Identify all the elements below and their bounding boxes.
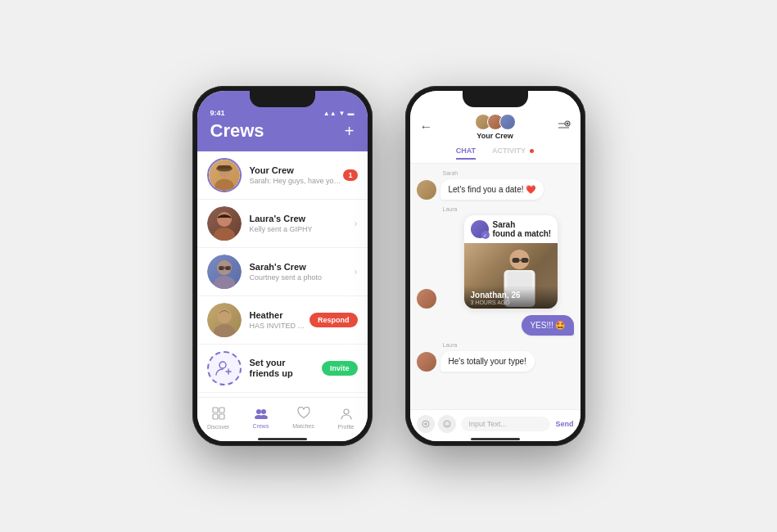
match-photo: Jonathan, 26 3 HOURS AGO (464, 243, 558, 309)
nav-label-crews: Crews (253, 423, 269, 429)
svg-point-41 (444, 421, 450, 427)
chat-crew-name: Your Crew (475, 132, 516, 140)
invite-button[interactable]: Invite (322, 361, 358, 376)
msg-group-3: YES!!! 🤩 (417, 315, 574, 336)
crew-sub-lauras-crew: Kelly sent a GIPHY (250, 225, 355, 233)
svg-rect-19 (213, 408, 218, 413)
match-card: ✓ Sarahfound a match! (464, 215, 558, 309)
nav-item-discover[interactable]: Discover (197, 398, 240, 438)
msg-row-3: YES!!! 🤩 (417, 315, 574, 336)
phones-container: 9:41 ▲▲ ▼ ▬ Crews + (192, 86, 585, 446)
crew-chevron-sarahs: › (355, 266, 358, 277)
svg-point-29 (566, 122, 568, 124)
crew-badge-your-crew: 1 (343, 169, 357, 181)
back-button[interactable]: ← (420, 119, 433, 134)
crew-sub-your-crew: Sarah: Hey guys, have you s... (250, 177, 344, 185)
svg-rect-22 (219, 414, 224, 419)
nav-label-discover: Discover (207, 424, 229, 430)
msg-row-1: Let's find you a date! ❤️ (417, 179, 574, 200)
msg-sender-laura: Laura (417, 206, 574, 212)
svg-rect-35 (512, 258, 519, 263)
bottom-nav-left: Discover Crews (197, 397, 368, 438)
svg-rect-4 (217, 165, 230, 169)
crews-title-row: Crews + (210, 120, 355, 142)
svg-rect-20 (219, 408, 224, 413)
crew-item-your-crew[interactable]: Your Crew Sarah: Hey guys, have you s...… (197, 151, 368, 200)
chat-emoji-button[interactable] (438, 415, 456, 433)
crew-sub-sarahs-crew: Courtney sent a photo (250, 273, 355, 282)
svg-point-16 (219, 362, 226, 368)
crew-avatar-heather (207, 303, 242, 337)
svg-point-43 (448, 423, 449, 424)
nav-item-matches[interactable]: Matches (282, 398, 325, 438)
chat-messages: Sarah Let's find you a date! ❤️ Laura (410, 164, 580, 409)
crew-list: Your Crew Sarah: Hey guys, have you s...… (197, 151, 368, 397)
phone-left: 9:41 ▲▲ ▼ ▬ Crews + (192, 86, 373, 446)
chat-input-bar: Input Text... Send (410, 409, 580, 438)
crew-item-lauras-crew[interactable]: Laura's Crew Kelly sent a GIPHY › (197, 200, 368, 248)
crew-info-set-friends: Set yourfriends up (250, 358, 322, 379)
crew-avatar-sarahs-crew (207, 255, 242, 289)
respond-button[interactable]: Respond (309, 313, 358, 327)
chat-tabs: CHAT ACTIVITY (410, 143, 580, 163)
svg-point-6 (214, 228, 235, 241)
chat-avatars (475, 114, 516, 130)
crew-item-sarahs-crew[interactable]: Sarah's Crew Courtney sent a photo › (197, 248, 368, 296)
notch-left (250, 91, 315, 107)
match-card-text: Sarahfound a match! (493, 220, 552, 238)
phone-right: ← Your Crew (405, 86, 585, 446)
crews-add-button[interactable]: + (345, 122, 355, 141)
svg-rect-36 (521, 258, 528, 263)
crew-item-set-friends[interactable]: Set yourfriends up Invite (197, 345, 368, 393)
crew-info-heather: Heather HAS INVITED YOU (250, 310, 309, 330)
crews-icon (254, 408, 269, 422)
status-icons-left: ▲▲ ▼ ▬ (323, 110, 355, 117)
svg-rect-12 (225, 266, 231, 270)
msg-row-2: ✓ Sarahfound a match! (417, 215, 574, 309)
svg-point-15 (214, 324, 235, 337)
crew-info-lauras-crew: Laura's Crew Kelly sent a GIPHY (250, 214, 355, 233)
crew-avatar-lauras-crew (207, 206, 242, 241)
msg-bubble-1: Let's find you a date! ❤️ (440, 179, 544, 200)
msg-group-4: Laura He's totally your type! (417, 342, 574, 372)
crew-sub-heather: HAS INVITED YOU (250, 322, 309, 330)
activity-dot (530, 149, 534, 153)
crew-name-lauras-crew: Laura's Crew (250, 214, 355, 223)
msg-bubble-4: He's totally your type! (440, 351, 535, 372)
nav-item-crews[interactable]: Crews (240, 398, 282, 438)
svg-rect-11 (219, 266, 224, 270)
svg-point-27 (344, 409, 349, 414)
chat-input-icons (417, 415, 456, 433)
nav-item-profile[interactable]: Profile (325, 398, 368, 438)
nav-label-profile: Profile (338, 424, 355, 430)
matches-icon (297, 407, 310, 422)
chat-input-field[interactable]: Input Text... (461, 417, 551, 431)
match-check-icon: ✓ (481, 231, 490, 239)
chat-attach-button[interactable] (417, 415, 435, 433)
msg-avatar-sarah (417, 180, 436, 200)
msg-avatar-laura-2 (417, 352, 436, 372)
chat-input-placeholder: Input Text... (469, 420, 507, 428)
battery-icon: ▬ (348, 110, 355, 117)
match-card-header: ✓ Sarahfound a match! (464, 215, 558, 243)
chat-send-button[interactable]: Send (555, 420, 573, 428)
nav-label-matches: Matches (292, 423, 314, 429)
msg-row-4: He's totally your type! (417, 351, 574, 372)
tab-chat[interactable]: CHAT (456, 147, 476, 160)
profile-icon (340, 407, 353, 422)
crew-avatar-set-friends (207, 351, 242, 385)
home-indicator-left (197, 438, 368, 441)
tab-activity[interactable]: ACTIVITY (492, 147, 534, 160)
chat-menu-button[interactable] (558, 120, 571, 134)
crew-avatar-your-crew (207, 158, 242, 192)
crew-item-heather[interactable]: Heather HAS INVITED YOU Respond (197, 296, 368, 345)
match-card-avatar: ✓ (471, 220, 489, 238)
svg-point-23 (256, 409, 261, 414)
match-photo-overlay: Jonathan, 26 3 HOURS AGO (464, 286, 558, 309)
svg-point-42 (445, 423, 446, 424)
msg-avatar-laura (417, 289, 436, 309)
crew-name-sarahs-crew: Sarah's Crew (250, 262, 355, 272)
home-indicator-right (410, 438, 580, 441)
crew-chevron-lauras: › (355, 218, 358, 229)
notch-right (463, 91, 528, 107)
